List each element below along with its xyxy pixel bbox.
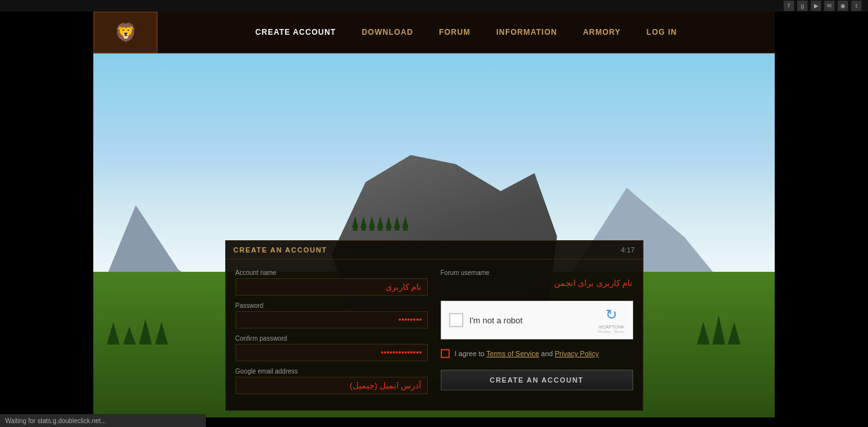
form-left-column: Account name Password Confirm password G… — [235, 269, 428, 401]
left-margin — [0, 12, 93, 417]
big-tree-3 — [139, 319, 152, 345]
form-title: CREATE AN ACCOUNT — [234, 246, 328, 254]
tree-5 — [385, 216, 392, 228]
password-input[interactable] — [235, 311, 428, 328]
password-label: Password — [235, 302, 428, 309]
tree-2 — [360, 216, 367, 228]
tree-4 — [377, 216, 383, 228]
terms-of-service-link[interactable]: Terms of Service — [486, 350, 539, 357]
account-name-label: Account name — [235, 269, 428, 276]
logo-icon: 🦁 — [115, 22, 137, 43]
form-right-column: Forum username نام کاربری برای انجمن I'm… — [441, 269, 633, 401]
recaptcha-label: I'm not a robot — [470, 316, 523, 325]
facebook-icon[interactable]: f — [784, 1, 794, 11]
googleplus-icon[interactable]: g — [797, 1, 808, 11]
trees-left — [107, 319, 168, 345]
big-tree-r3 — [728, 322, 741, 345]
confirm-password-label: Confirm password — [235, 335, 428, 342]
password-group: Password — [235, 302, 428, 328]
form-time: 4:17 — [621, 246, 634, 254]
terms-checkbox[interactable] — [441, 349, 450, 358]
tree-6 — [394, 216, 400, 228]
account-name-input[interactable] — [235, 278, 428, 296]
terms-area: I agree to Terms of Service and Privacy … — [441, 349, 633, 358]
nav-download[interactable]: DOWNLOAD — [362, 28, 413, 37]
confirm-password-group: Confirm password — [235, 335, 428, 361]
nav-armory[interactable]: ARMORY — [583, 28, 621, 37]
main-container: 🦁 CREATE ACCOUNT DOWNLOAD FORUM INFORMAT… — [93, 12, 775, 417]
social-icon-5[interactable]: t — [851, 1, 862, 11]
google-email-group: Google email address — [235, 368, 428, 394]
google-email-label: Google email address — [235, 368, 428, 375]
nav-links: CREATE ACCOUNT DOWNLOAD FORUM INFORMATIO… — [158, 28, 775, 37]
forum-username-text: نام کاربری برای انجمن — [441, 278, 633, 288]
privacy-policy-link[interactable]: Privacy Policy — [555, 350, 598, 357]
nav-create-account[interactable]: CREATE ACCOUNT — [255, 28, 336, 37]
nav-information[interactable]: INFORMATION — [496, 28, 557, 37]
twitter-icon[interactable]: ✉ — [824, 1, 835, 11]
account-name-group: Account name — [235, 269, 428, 296]
recaptcha-left: I'm not a robot — [449, 313, 523, 327]
big-tree-r2 — [712, 316, 725, 345]
right-margin — [775, 12, 868, 417]
tree-3 — [369, 216, 375, 228]
recaptcha-box[interactable]: I'm not a robot ↻ reCAPTCHAPrivacy - Ter… — [441, 301, 633, 339]
recaptcha-logo: ↻ reCAPTCHAPrivacy - Terms — [598, 307, 624, 334]
logo-area[interactable]: 🦁 — [93, 12, 158, 53]
confirm-password-input[interactable] — [235, 344, 428, 361]
navbar: 🦁 CREATE ACCOUNT DOWNLOAD FORUM INFORMAT… — [93, 12, 775, 53]
rss-icon[interactable]: ◉ — [838, 1, 848, 11]
form-panel: CREATE AN ACCOUNT 4:17 Account name Pass… — [225, 240, 643, 411]
recaptcha-checkbox[interactable] — [449, 313, 463, 327]
tree-7 — [402, 216, 409, 228]
youtube-icon[interactable]: ▶ — [811, 1, 821, 11]
trees-right — [697, 316, 741, 345]
big-tree-4 — [155, 322, 168, 345]
recaptcha-icon: ↻ — [605, 307, 617, 323]
forum-username-group: Forum username نام کاربری برای انجمن — [441, 269, 633, 288]
top-social-bar: f g ▶ ✉ ◉ t — [0, 0, 868, 12]
terms-text: I agree to Terms of Service and Privacy … — [455, 350, 599, 357]
big-tree-r1 — [697, 322, 710, 345]
tree-1 — [352, 216, 358, 228]
google-email-input[interactable] — [235, 377, 428, 394]
submit-button[interactable]: CREATE AN ACCOUNT — [441, 370, 633, 390]
rock-trees — [352, 216, 409, 228]
nav-login[interactable]: LOG IN — [647, 28, 677, 37]
recaptcha-brand: reCAPTCHAPrivacy - Terms — [598, 325, 624, 334]
forum-username-label: Forum username — [441, 269, 633, 276]
form-header: CREATE AN ACCOUNT 4:17 — [226, 241, 643, 260]
nav-forum[interactable]: FORUM — [439, 28, 470, 37]
big-tree-1 — [107, 322, 120, 345]
status-text: Waiting for stats.g.doubleclick.net... — [5, 417, 106, 424]
big-tree-2 — [123, 327, 136, 345]
status-bar: Waiting for stats.g.doubleclick.net... — [0, 414, 206, 427]
form-body: Account name Password Confirm password G… — [226, 260, 643, 410]
